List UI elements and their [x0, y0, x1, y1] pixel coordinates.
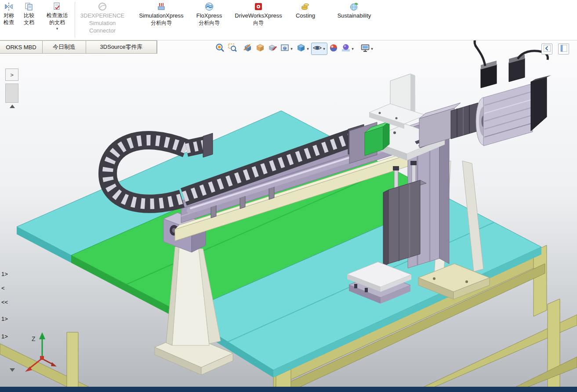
- check-active-document-icon: [52, 1, 62, 12]
- tree-edge-label[interactable]: <: [1, 285, 5, 291]
- ribbon-toolbar: 对称 检查 比较 文档: [0, 0, 577, 40]
- ribbon-tab-bar: ORKS MBD 今日制造 3DSource零件库: [0, 40, 157, 54]
- zoom-to-fit-button[interactable]: [214, 43, 226, 55]
- zoom-to-fit-icon: [215, 43, 225, 54]
- costing-icon: [301, 1, 310, 12]
- hide-show-items-button[interactable]: ▾: [311, 43, 327, 55]
- floxpress-icon: [204, 1, 214, 12]
- ribbon-label: 3DEXPERIENCE: [80, 12, 124, 20]
- tab-3dsource-parts-library[interactable]: 3DSource零件库: [86, 41, 157, 53]
- table-top[interactable]: [17, 111, 541, 377]
- ribbon-label: 向导: [253, 20, 264, 27]
- ribbon-button-sustainability[interactable]: Sustainability: [327, 1, 381, 40]
- view-selector-dropdown-arrow[interactable]: ▾: [290, 47, 294, 51]
- ribbon-label: 的文档: [49, 19, 65, 26]
- ribbon-label: 文档: [24, 19, 34, 26]
- dynamic-annotation-views-button[interactable]: [266, 43, 279, 55]
- view-settings-monitor-icon: [360, 43, 370, 54]
- dynamic-annotation-views-icon: [268, 43, 277, 54]
- edit-appearance-icon: [329, 43, 338, 54]
- ribbon-button-check-active-document[interactable]: 检查激活 的文档 ▾: [40, 1, 74, 40]
- 3d-viewport[interactable]: Z: [0, 0, 577, 392]
- zoom-to-area-button[interactable]: [226, 43, 239, 55]
- tab-today-manufacturing[interactable]: 今日制造: [43, 41, 86, 53]
- tree-edge-label[interactable]: <<: [1, 299, 8, 305]
- ribbon-label: 对称: [4, 12, 14, 19]
- left-panel-tab[interactable]: [5, 83, 18, 103]
- ribbon-label: DriveWorksXpress: [235, 12, 282, 20]
- right-panel-toggle-button-2[interactable]: [558, 44, 569, 54]
- ribbon-label: 分析向导: [199, 20, 220, 27]
- down-triangle-icon: [10, 368, 15, 372]
- ribbon-button-simulationxpress-wizard[interactable]: SimulationXpress 分析向导: [129, 1, 193, 40]
- simulationxpress-icon: [156, 1, 166, 12]
- ribbon-button-floxpress-wizard[interactable]: FloXpress 分析向导: [189, 1, 229, 40]
- viewport-scroll-down-arrow[interactable]: [7, 367, 18, 374]
- tree-edge-label[interactable]: 1>: [1, 333, 8, 340]
- view-settings-button[interactable]: ▾: [359, 43, 375, 55]
- view-orientation-cube-icon: [255, 43, 265, 54]
- sustainability-icon: [349, 1, 359, 12]
- ribbon-label: FloXpress: [196, 12, 222, 20]
- solidworks-window: Z 对称 检查 比: [0, 0, 577, 392]
- view-selector-button[interactable]: ▾: [279, 43, 295, 55]
- compare-documents-icon: [24, 1, 34, 12]
- 3dexperience-icon: [98, 1, 107, 12]
- up-triangle-icon: [10, 105, 15, 108]
- apply-scene-dropdown-arrow[interactable]: ▾: [351, 47, 355, 51]
- view-settings-dropdown-arrow[interactable]: ▾: [370, 47, 374, 51]
- viewport-scroll-up-arrow[interactable]: [7, 103, 18, 110]
- hide-show-items-dropdown-arrow[interactable]: ▾: [322, 47, 326, 51]
- zoom-to-area-icon: [228, 43, 237, 54]
- right-panel-toggle-button-1[interactable]: [541, 44, 552, 54]
- display-style-button[interactable]: ▾: [295, 43, 311, 55]
- ribbon-separator: [75, 2, 75, 38]
- ribbon-label: Costing: [296, 12, 315, 20]
- ribbon-button-driveworksxpress-wizard[interactable]: DriveWorksXpress 向导: [229, 1, 287, 40]
- section-view-icon: [243, 43, 253, 54]
- status-bar: [0, 387, 577, 392]
- l-bracket[interactable]: [369, 74, 425, 129]
- symmetry-check-icon: [4, 1, 14, 12]
- tree-edge-label[interactable]: 1>: [1, 271, 8, 277]
- display-style-icon: [296, 43, 306, 54]
- left-panel-expand-button[interactable]: >: [5, 69, 18, 81]
- tree-edge-label[interactable]: 1>: [1, 316, 8, 322]
- ribbon-label: Connector: [89, 27, 116, 35]
- ribbon-label: 检查: [4, 19, 14, 26]
- ribbon-button-3dexperience-simulation-connector[interactable]: 3DEXPERIENCE Simulation Connector: [76, 1, 128, 40]
- edit-appearance-button[interactable]: [327, 43, 340, 55]
- view-orientation-cube-button[interactable]: [254, 43, 266, 55]
- ribbon-label: Simulation: [89, 20, 116, 27]
- ribbon-button-symmetry-check[interactable]: 对称 检查: [0, 1, 18, 40]
- ribbon-button-costing[interactable]: Costing: [290, 1, 321, 40]
- apply-scene-button[interactable]: ▾: [340, 43, 356, 55]
- ribbon-label: 分析向导: [151, 20, 172, 27]
- heads-up-view-toolbar: ▾ ▾ ▾: [214, 42, 375, 56]
- triad-z-label: Z: [32, 335, 36, 342]
- ribbon-label: 检查激活: [47, 12, 68, 19]
- tab-solidworks-mbd[interactable]: ORKS MBD: [0, 41, 43, 53]
- panel-page-icon: [560, 44, 568, 54]
- section-view-button[interactable]: [242, 43, 254, 55]
- servo-motor[interactable]: [419, 37, 551, 148]
- display-style-dropdown-arrow[interactable]: ▾: [306, 47, 310, 51]
- apply-scene-icon: [341, 43, 351, 54]
- hide-show-items-eye-icon: [312, 43, 322, 54]
- driveworksxpress-icon: [254, 1, 263, 12]
- ribbon-button-compare-documents[interactable]: 比较 文档: [18, 1, 40, 40]
- ribbon-label: 比较: [24, 12, 34, 19]
- ribbon-label: Sustainability: [337, 12, 371, 20]
- ribbon-label: SimulationXpress: [139, 12, 183, 20]
- view-selector-icon: [280, 43, 290, 54]
- dropdown-arrow-icon[interactable]: ▾: [56, 27, 58, 31]
- chevron-left-icon: [543, 44, 551, 54]
